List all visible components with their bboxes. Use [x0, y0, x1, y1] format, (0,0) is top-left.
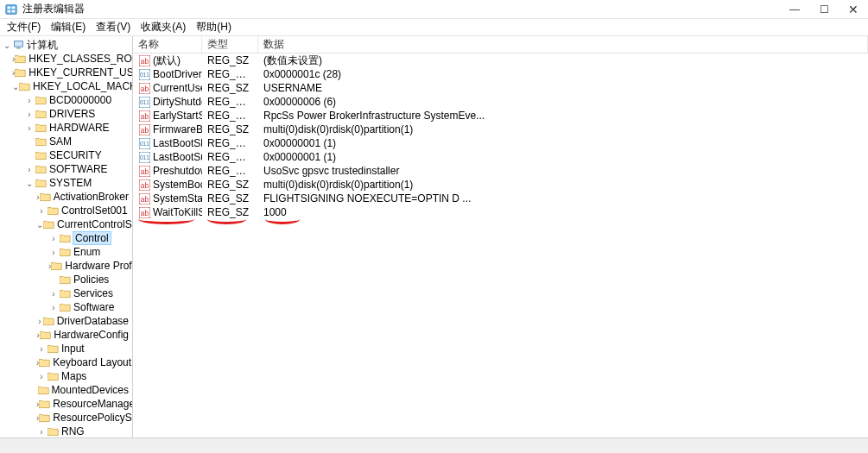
string-value-icon — [138, 179, 150, 191]
value-name: FirmwareBoot... — [153, 123, 202, 135]
folder-icon — [39, 357, 50, 368]
list-row[interactable]: CurrentUserREG_SZUSERNAME — [133, 81, 868, 95]
tree-node[interactable]: DRIVERS — [0, 107, 132, 121]
value-type: REG_DWORD — [202, 96, 258, 108]
tree-node[interactable]: Maps — [0, 369, 132, 383]
close-button[interactable]: ✕ — [839, 0, 868, 18]
tree-node[interactable]: Services — [0, 286, 132, 300]
list-header: 名称 类型 数据 — [133, 36, 868, 53]
tree-label: MountedDevices — [52, 384, 129, 396]
tree-node[interactable]: SAM — [0, 135, 132, 148]
string-value-icon — [138, 165, 150, 177]
tree-node[interactable]: BCD0000000 — [0, 93, 132, 107]
folder-icon — [47, 426, 59, 437]
menu-favorites[interactable]: 收藏夹(A) — [137, 20, 189, 35]
tree-node[interactable]: ControlSet001 — [0, 204, 132, 217]
caret-icon[interactable] — [2, 41, 12, 50]
folder-icon — [47, 371, 59, 381]
folder-icon — [43, 316, 54, 326]
tree-node-ccs[interactable]: CurrentControlSet — [0, 217, 132, 231]
list-row[interactable]: PreshutdownO...REG_MULTI_SZUsoSvc gpsvc … — [133, 164, 868, 178]
folder-icon — [59, 233, 71, 243]
tree-pane[interactable]: ab 011 计算机 HKEY_CLASSES_ROOT HKEY_CURREN… — [0, 36, 133, 437]
list-row[interactable]: SystemStartO...REG_SZ FLIGHTSIGNING NOEX… — [133, 192, 868, 205]
caret-icon[interactable] — [24, 96, 35, 105]
tree-node[interactable]: SECURITY — [0, 148, 132, 162]
tree-node[interactable]: ResourcePolicyStore — [0, 411, 132, 425]
tree-node[interactable]: ActivationBroker — [0, 190, 132, 204]
caret-icon[interactable] — [36, 372, 47, 381]
caret-icon[interactable] — [36, 427, 47, 437]
caret-icon[interactable] — [24, 110, 35, 119]
list-row[interactable]: BootDriverFlagsREG_DWORD0x0000001c (28) — [133, 67, 868, 81]
annotation-underline — [138, 219, 194, 224]
maximize-button[interactable]: ☐ — [809, 0, 839, 18]
folder-icon — [35, 123, 47, 133]
list-row[interactable]: WaitToKillServ...REG_SZ1000 — [133, 205, 868, 219]
menu-view[interactable]: 查看(V) — [92, 20, 134, 35]
col-header-name[interactable]: 名称 — [133, 36, 202, 53]
tree-label: Software — [73, 301, 114, 313]
value-data: FLIGHTSIGNING NOEXECUTE=OPTIN D ... — [258, 192, 868, 204]
list-row[interactable]: LastBootShutd...REG_DWORD0x00000001 (1) — [133, 136, 868, 150]
tree-node[interactable]: RNG — [0, 425, 132, 437]
tree-node[interactable]: DriverDatabase — [0, 314, 132, 328]
tree-node[interactable]: Software — [0, 300, 132, 314]
caret-icon[interactable] — [48, 303, 59, 312]
list-row[interactable]: LastBootSucce...REG_DWORD0x00000001 (1) — [133, 150, 868, 164]
folder-icon — [35, 164, 47, 174]
caret-icon[interactable] — [36, 317, 43, 326]
menu-file[interactable]: 文件(F) — [3, 20, 44, 35]
value-type: REG_DWORD — [202, 68, 258, 80]
tree-node[interactable]: ResourceManager — [0, 397, 132, 411]
caret-icon[interactable] — [48, 289, 59, 299]
tree-label: DriverDatabase — [57, 315, 129, 327]
tree-node[interactable]: Input — [0, 342, 132, 355]
tree-node[interactable]: HARDWARE — [0, 121, 132, 135]
tree-node[interactable]: Keyboard Layout — [0, 355, 132, 369]
folder-icon — [39, 399, 50, 409]
value-data: multi(0)disk(0)rdisk(0)partition(1) — [258, 123, 868, 135]
caret-icon[interactable] — [24, 165, 35, 174]
caret-icon[interactable] — [48, 248, 59, 257]
list-row[interactable]: SystemBootDe...REG_SZmulti(0)disk(0)rdis… — [133, 178, 868, 192]
tree-node-control[interactable]: Control — [0, 231, 132, 245]
menu-help[interactable]: 帮助(H) — [193, 20, 235, 35]
caret-icon[interactable] — [24, 179, 35, 188]
caret-icon[interactable] — [36, 344, 47, 354]
tree-node[interactable]: Enum — [0, 245, 132, 259]
tree-node-hklm[interactable]: HKEY_LOCAL_MACHINE — [0, 79, 132, 93]
tree-node-hkcu[interactable]: HKEY_CURRENT_USER — [0, 66, 132, 79]
tree-node[interactable]: Hardware Profile — [0, 259, 132, 273]
titlebar: 注册表编辑器 — ☐ ✕ — [0, 0, 868, 19]
caret-icon[interactable] — [24, 123, 35, 133]
string-value-icon — [138, 123, 150, 135]
list-row[interactable]: DirtyShutdow...REG_DWORD0x00000006 (6) — [133, 95, 868, 109]
tree-node[interactable]: Policies — [0, 273, 132, 286]
list-row[interactable]: FirmwareBoot...REG_SZmulti(0)disk(0)rdis… — [133, 123, 868, 136]
tree-label: Services — [73, 287, 113, 299]
col-header-data[interactable]: 数据 — [258, 36, 868, 53]
minimize-button[interactable]: — — [780, 0, 809, 18]
caret-icon[interactable] — [36, 220, 43, 230]
tree-node-root[interactable]: 计算机 — [0, 38, 132, 52]
tree-node-hkcr[interactable]: HKEY_CLASSES_ROOT — [0, 52, 132, 66]
list-body: (默认)REG_SZ(数值未设置)BootDriverFlagsREG_DWOR… — [133, 53, 868, 219]
value-type: REG_SZ — [202, 179, 258, 191]
tree-node[interactable]: HardwareConfig — [0, 328, 132, 342]
tree-node[interactable]: MountedDevices — [0, 383, 132, 397]
caret-icon[interactable] — [12, 82, 19, 91]
tree-label: CurrentControlSet — [57, 218, 133, 230]
caret-icon[interactable] — [48, 234, 59, 243]
list-row[interactable]: (默认)REG_SZ(数值未设置) — [133, 53, 868, 67]
menu-edit[interactable]: 编辑(E) — [48, 20, 89, 35]
svg-rect-2 — [12, 6, 16, 9]
folder-icon — [51, 261, 62, 271]
tree-node[interactable]: SOFTWARE — [0, 162, 132, 176]
tree-node-system[interactable]: SYSTEM — [0, 176, 132, 190]
list-row[interactable]: EarlyStartServi...REG_MULTI_SZRpcSs Powe… — [133, 109, 868, 123]
col-header-type[interactable]: 类型 — [202, 36, 258, 53]
caret-icon[interactable] — [36, 206, 47, 216]
values-pane[interactable]: 名称 类型 数据 (默认)REG_SZ(数值未设置)BootDriverFlag… — [133, 36, 868, 437]
value-name: (默认) — [153, 53, 181, 68]
